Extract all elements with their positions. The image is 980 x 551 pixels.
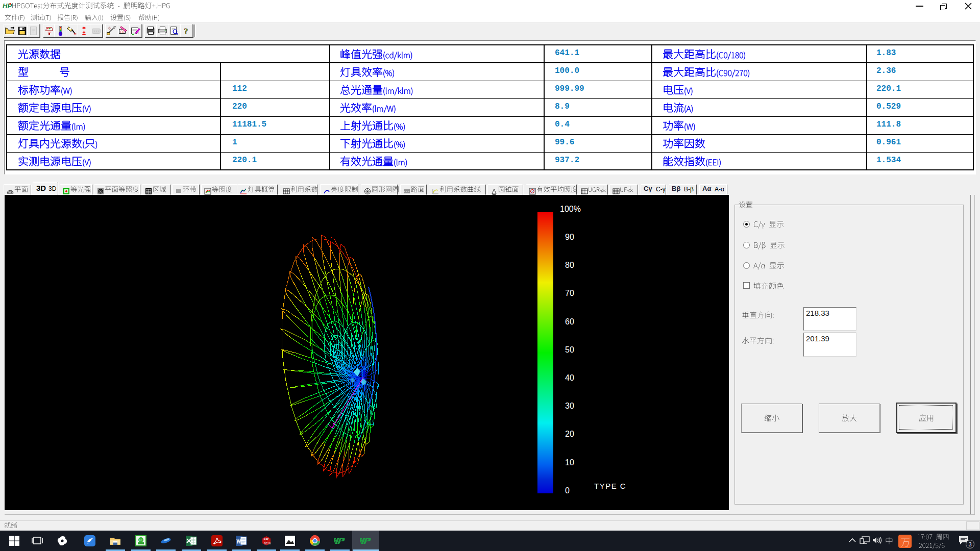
svg-text:SW: SW bbox=[264, 537, 269, 540]
svg-text:?: ? bbox=[184, 27, 188, 35]
svg-text:2016: 2016 bbox=[264, 542, 271, 545]
svg-text:R: R bbox=[139, 538, 142, 541]
